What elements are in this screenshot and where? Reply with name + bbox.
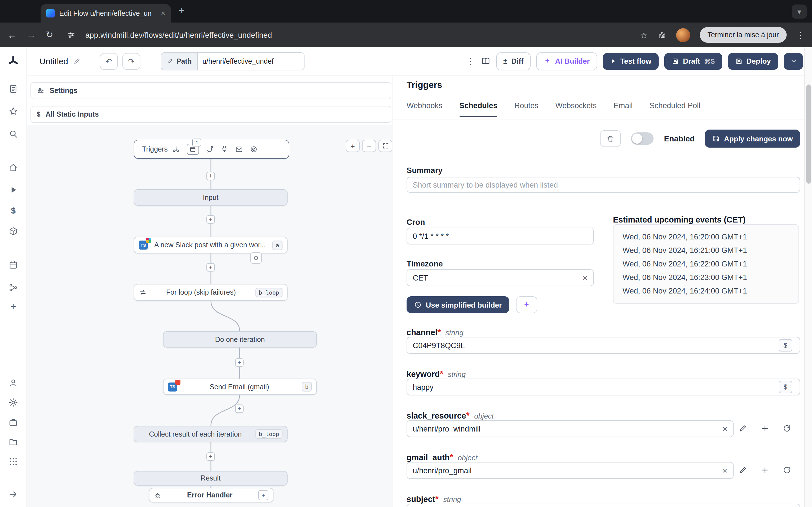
add-plus-icon[interactable]: + [10,301,16,312]
folders-icon[interactable] [8,437,18,447]
forward-button[interactable]: → [27,30,36,40]
schedule-trigger-selected[interactable]: 1 [187,144,199,155]
settings-gear-icon[interactable] [8,398,18,407]
send-email-node[interactable]: TS Send Email (gmail) b [163,379,317,395]
tab-scheduled-poll[interactable]: Scheduled Poll [650,101,700,117]
apps-grid-icon[interactable] [8,457,18,466]
insert-step-button[interactable]: + [206,452,215,461]
tab-webhooks[interactable]: Webhooks [407,101,442,117]
fit-view-button[interactable] [378,140,392,152]
edit-resource-pencil-icon[interactable] [739,466,747,474]
home-icon[interactable] [8,163,18,172]
edit-resource-pencil-icon[interactable] [739,424,747,433]
do-iteration-node[interactable]: Do one iteration [163,331,317,348]
profile-avatar[interactable] [676,28,690,42]
insert-step-button[interactable]: + [206,172,215,180]
docs-book-icon[interactable] [481,56,490,66]
new-tab-button[interactable]: + [179,5,185,17]
site-info-icon[interactable] [67,31,76,39]
enabled-toggle[interactable] [631,132,654,145]
insert-step-button[interactable]: + [206,263,215,272]
tab-email[interactable]: Email [613,101,633,117]
delete-schedule-button[interactable] [600,130,621,147]
static-inputs-row[interactable]: $ All Static Inputs [31,106,391,123]
summary-input[interactable] [407,177,800,193]
refresh-resource-icon[interactable] [783,424,791,433]
favorites-star-icon[interactable] [8,107,18,116]
collect-result-node[interactable]: Collect result of each iteration b_loop [134,426,288,442]
email-trigger-icon[interactable] [236,145,243,153]
deploy-dropdown-button[interactable] [784,53,803,69]
zoom-out-button[interactable]: − [362,140,376,152]
edit-title-icon[interactable] [73,57,81,65]
tab-search-button[interactable]: ▼ [792,4,807,18]
insert-step-button[interactable]: + [206,215,215,224]
insert-variable-button[interactable]: $ [779,381,792,393]
clear-resource-icon[interactable]: × [722,466,727,474]
subject-input[interactable] [407,504,800,507]
keyword-input[interactable] [407,379,800,395]
clear-timezone-icon[interactable]: × [582,274,588,282]
extensions-icon[interactable] [657,31,666,40]
draft-button[interactable]: Draft ⌘S [664,53,722,69]
deploy-button[interactable]: Deploy [728,53,778,69]
ai-cron-wand-button[interactable] [516,296,538,313]
error-handler-node[interactable]: Error Handler + [149,488,273,503]
flow-graph-canvas[interactable]: Triggers 1 + − [27,125,392,507]
path-input[interactable] [197,53,304,69]
add-error-handler-button[interactable]: + [258,490,268,500]
insert-step-button[interactable]: + [235,358,244,367]
slack-resource-input[interactable] [407,420,733,437]
scrollbar-thumb[interactable] [806,84,811,184]
websocket-plug-icon[interactable] [221,145,229,153]
flow-settings-row[interactable]: Settings [31,82,391,99]
insert-variable-button[interactable]: $ [779,339,792,351]
diff-button[interactable]: ± Diff [496,52,531,70]
gmail-auth-input[interactable] [407,462,733,479]
refresh-resource-icon[interactable] [783,466,791,474]
runs-clipboard-icon[interactable] [8,84,18,94]
ai-builder-button[interactable]: AI Builder [537,52,597,70]
tab-routes[interactable]: Routes [514,101,539,117]
tab-close-icon[interactable]: × [161,9,165,17]
page-scrollbar[interactable] [804,47,812,507]
triggers-node[interactable]: Triggers 1 [134,140,289,159]
runs-play-icon[interactable] [9,185,18,194]
schedules-calendar-icon[interactable] [8,260,18,270]
add-resource-plus-icon[interactable] [761,466,769,474]
timezone-input[interactable] [407,269,594,286]
variables-dollar-icon[interactable]: $ [11,206,16,215]
cron-input[interactable] [407,228,594,244]
browser-tab[interactable]: Edit Flow u/henri/effective_un × [41,4,171,22]
result-node[interactable]: Result [134,471,288,486]
resources-cube-icon[interactable] [8,226,18,236]
tab-websockets[interactable]: Websockets [555,101,597,117]
slack-step-node[interactable]: TS A new Slack post with a given wor... … [134,237,288,253]
back-button[interactable]: ← [7,30,17,40]
undo-button[interactable]: ↶ [100,53,118,69]
browser-menu-icon[interactable]: ⋮ [796,31,805,39]
zoom-in-button[interactable]: + [346,140,360,152]
flows-branch-icon[interactable] [8,283,18,292]
input-node[interactable]: Input [134,189,288,206]
forloop-node[interactable]: For loop (skip failures) b_loop [134,284,288,301]
users-icon[interactable] [8,378,18,388]
test-flow-button[interactable]: Test flow [603,53,659,69]
add-resource-plus-icon[interactable] [761,424,769,433]
more-options-icon[interactable]: ⋮ [466,56,475,66]
workspace-briefcase-icon[interactable] [8,417,18,427]
search-icon[interactable] [8,129,18,138]
insert-step-button[interactable]: + [235,404,244,413]
redo-button[interactable]: ↷ [122,53,140,69]
scheduled-poll-icon[interactable] [250,145,258,153]
route-icon[interactable] [206,145,214,153]
expand-sidebar-arrow-icon[interactable] [8,490,18,499]
module-action-button[interactable] [250,252,262,264]
webhook-icon[interactable] [172,145,180,153]
bookmark-star-icon[interactable]: ☆ [640,31,648,39]
channel-input[interactable] [407,337,800,354]
simplified-builder-button[interactable]: Use simplified builder [407,296,509,313]
windmill-logo-icon[interactable] [7,55,19,67]
browser-update-button[interactable]: Terminer la mise à jour [700,27,786,43]
reload-button[interactable]: ↻ [46,31,53,40]
